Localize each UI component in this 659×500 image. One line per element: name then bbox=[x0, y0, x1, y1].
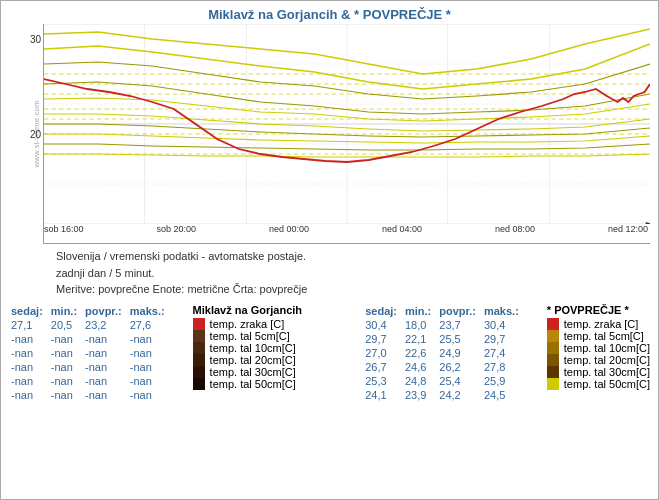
table-row: 25,3 24,8 25,4 25,9 bbox=[365, 374, 527, 388]
legend-row: temp. tal 10cm[C] bbox=[547, 342, 650, 354]
table-row: 27,0 22,6 24,9 27,4 bbox=[365, 346, 527, 360]
subtitle-line-1: Slovenija / vremenski podatki - avtomats… bbox=[56, 248, 648, 265]
chart-title: Miklavž na Gorjancih & * POVPREČJE * bbox=[1, 1, 658, 24]
legend-label-5: temp. tal 50cm[C] bbox=[210, 378, 296, 390]
station1-header: sedaj: min.: povpr.: maks.: bbox=[11, 304, 173, 318]
col-min: min.: bbox=[51, 304, 85, 318]
table-row: -nan -nan -nan -nan bbox=[11, 332, 173, 346]
legend-row: temp. tal 10cm[C] bbox=[193, 342, 302, 354]
legend-color-s2-3 bbox=[547, 354, 559, 366]
x-label-0: sob 16:00 bbox=[44, 224, 84, 234]
legend-color-s2-1 bbox=[547, 330, 559, 342]
cell: 23,2 bbox=[85, 318, 130, 332]
legend-label-2: temp. tal 10cm[C] bbox=[210, 342, 296, 354]
legend-row: temp. tal 5cm[C] bbox=[547, 330, 650, 342]
table-row: 27,1 20,5 23,2 27,6 bbox=[11, 318, 173, 332]
station1-table: sedaj: min.: povpr.: maks.: 27,1 20,5 23… bbox=[11, 304, 173, 402]
legend-color-3 bbox=[193, 354, 205, 366]
legend-label-s2-5: temp. tal 50cm[C] bbox=[564, 378, 650, 390]
col-maks: maks.: bbox=[130, 304, 173, 318]
legend-row: temp. tal 5cm[C] bbox=[193, 330, 302, 342]
legend-color-s2-2 bbox=[547, 342, 559, 354]
table-row: 30,4 18,0 23,7 30,4 bbox=[365, 318, 527, 332]
x-label-5: ned 12:00 bbox=[608, 224, 648, 234]
legend-label-s2-4: temp. tal 30cm[C] bbox=[564, 366, 650, 378]
table-row: 24,1 23,9 24,2 24,5 bbox=[365, 388, 527, 402]
x-label-4: ned 08:00 bbox=[495, 224, 535, 234]
table-row: -nan -nan -nan -nan bbox=[11, 388, 173, 402]
col-sedaj: sedaj: bbox=[11, 304, 51, 318]
cell: 27,1 bbox=[11, 318, 51, 332]
table-row: 26,7 24,6 26,2 27,8 bbox=[365, 360, 527, 374]
legend-color-s2-0 bbox=[547, 318, 559, 330]
legend-row: temp. tal 50cm[C] bbox=[193, 378, 302, 390]
station2-header: sedaj: min.: povpr.: maks.: bbox=[365, 304, 527, 318]
x-label-1: sob 20:00 bbox=[156, 224, 196, 234]
cell: 20,5 bbox=[51, 318, 85, 332]
legend-label-0: temp. zraka [C] bbox=[210, 318, 285, 330]
x-label-2: ned 00:00 bbox=[269, 224, 309, 234]
legend-color-4 bbox=[193, 366, 205, 378]
legend-color-s2-4 bbox=[547, 366, 559, 378]
legend-label-s2-2: temp. tal 10cm[C] bbox=[564, 342, 650, 354]
legend-label-1: temp. tal 5cm[C] bbox=[210, 330, 290, 342]
legend-row: temp. tal 20cm[C] bbox=[547, 354, 650, 366]
cell: 27,6 bbox=[130, 318, 173, 332]
subtitle-line-3: Meritve: povprečne Enote: metrične Črta:… bbox=[56, 281, 648, 298]
table-row: -nan -nan -nan -nan bbox=[11, 346, 173, 360]
x-label-3: ned 04:00 bbox=[382, 224, 422, 234]
legend-label-s2-0: temp. zraka [C] bbox=[564, 318, 639, 330]
table-row: -nan -nan -nan -nan bbox=[11, 360, 173, 374]
table-row: 29,7 22,1 25,5 29,7 bbox=[365, 332, 527, 346]
station1-legend-title: Miklavž na Gorjancih bbox=[193, 304, 302, 316]
legend-color-s2-5 bbox=[547, 378, 559, 390]
legend-label-s2-3: temp. tal 20cm[C] bbox=[564, 354, 650, 366]
subtitle: Slovenija / vremenski podatki - avtomats… bbox=[1, 244, 658, 300]
legend-color-2 bbox=[193, 342, 205, 354]
legend-color-1 bbox=[193, 330, 205, 342]
legend-row: temp. zraka [C] bbox=[193, 318, 302, 330]
legend-color-0 bbox=[193, 318, 205, 330]
col-povpr: povpr.: bbox=[85, 304, 130, 318]
legend-row: temp. tal 20cm[C] bbox=[193, 354, 302, 366]
legend-label-s2-1: temp. tal 5cm[C] bbox=[564, 330, 644, 342]
legend-row: temp. tal 50cm[C] bbox=[547, 378, 650, 390]
legend-color-5 bbox=[193, 378, 205, 390]
legend-row: temp. tal 30cm[C] bbox=[547, 366, 650, 378]
legend-row: temp. zraka [C] bbox=[547, 318, 650, 330]
station2-table: sedaj: min.: povpr.: maks.: 30,4 18,0 23… bbox=[365, 304, 527, 402]
subtitle-line-2: zadnji dan / 5 minut. bbox=[56, 265, 648, 282]
station2-legend-title: * POVPREČJE * bbox=[547, 304, 650, 316]
legend-label-4: temp. tal 30cm[C] bbox=[210, 366, 296, 378]
legend-row: temp. tal 30cm[C] bbox=[193, 366, 302, 378]
legend-label-3: temp. tal 20cm[C] bbox=[210, 354, 296, 366]
table-row: -nan -nan -nan -nan bbox=[11, 374, 173, 388]
